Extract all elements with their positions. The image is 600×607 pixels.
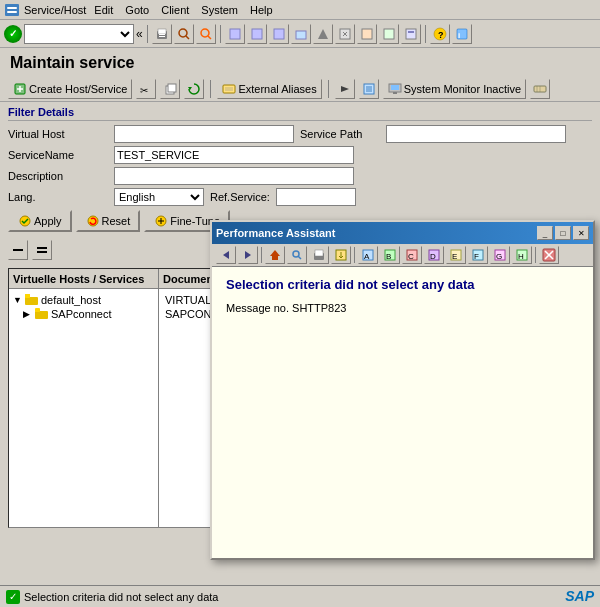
dlg-sep-1 [261,247,262,263]
performance-assistant-dialog: Performance Assistant _ □ ✕ [210,220,595,560]
dlg-btn-img5[interactable]: E [446,246,466,264]
dlg-btn-export[interactable] [331,246,351,264]
dlg-btn-img8[interactable]: H [512,246,532,264]
message-no-label: Message no. [226,302,289,314]
svg-text:H: H [518,252,524,261]
svg-line-66 [298,256,301,259]
svg-text:D: D [430,252,436,261]
dialog-minimize-btn[interactable]: _ [537,226,553,240]
dlg-btn-print[interactable] [309,246,329,264]
svg-rect-68 [315,250,323,256]
dlg-btn-home[interactable] [265,246,285,264]
dlg-btn-img3[interactable]: C [402,246,422,264]
dlg-btn-forward[interactable] [238,246,258,264]
dialog-body: Selection criteria did not select any da… [212,267,593,558]
svg-rect-64 [272,256,278,260]
dialog-overlay: Performance Assistant _ □ ✕ [0,0,600,607]
dialog-controls: _ □ ✕ [537,226,589,240]
dlg-btn-back[interactable] [216,246,236,264]
dialog-close-btn[interactable]: ✕ [573,226,589,240]
svg-marker-61 [223,251,229,259]
dialog-toolbar: A B C D E F G H [212,244,593,267]
svg-text:A: A [364,252,370,261]
dlg-close-icon[interactable] [539,246,559,264]
svg-text:G: G [496,252,502,261]
dialog-title: Performance Assistant [216,227,335,239]
dialog-message-title: Selection criteria did not select any da… [226,277,579,292]
dlg-btn-img1[interactable]: A [358,246,378,264]
dialog-titlebar[interactable]: Performance Assistant _ □ ✕ [212,222,593,244]
svg-text:E: E [452,252,457,261]
dlg-sep-3 [535,247,536,263]
dlg-btn-img7[interactable]: G [490,246,510,264]
dlg-btn-search[interactable] [287,246,307,264]
svg-text:C: C [408,252,414,261]
dlg-btn-img6[interactable]: F [468,246,488,264]
svg-text:F: F [474,252,479,261]
dlg-sep-2 [354,247,355,263]
svg-marker-62 [245,251,251,259]
message-no-value: SHTTP823 [292,302,346,314]
dlg-btn-img2[interactable]: B [380,246,400,264]
dialog-maximize-btn[interactable]: □ [555,226,571,240]
dlg-btn-img4[interactable]: D [424,246,444,264]
svg-marker-63 [270,250,280,256]
svg-text:B: B [386,252,391,261]
dialog-message-number: Message no. SHTTP823 [226,302,579,314]
